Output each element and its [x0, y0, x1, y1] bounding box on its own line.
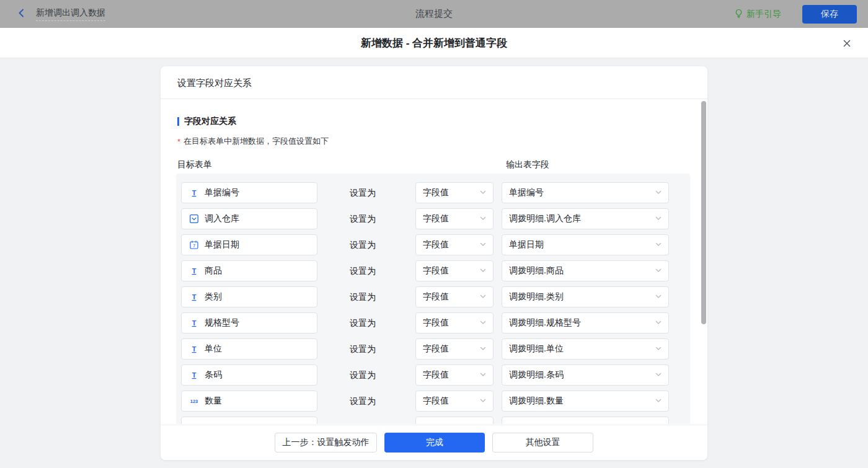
- field-mapping-row: T 规格型号 设置为 字段值 调拨明细.规格型号: [176, 312, 690, 333]
- chevron-down-icon: [655, 396, 662, 406]
- output-select-value: 调拨明细.商品: [509, 265, 564, 276]
- field-mapping-row: 调入仓库 设置为 字段值 调拨明细.调入仓库: [176, 208, 690, 229]
- svg-text:123: 123: [190, 399, 198, 404]
- target-field-label: 数量: [205, 395, 222, 407]
- chevron-down-icon: [655, 266, 662, 276]
- text-field-icon: T: [189, 188, 199, 198]
- chevron-down-icon: [479, 214, 487, 224]
- chevron-down-icon: [479, 370, 487, 380]
- chevron-down-icon: [479, 188, 487, 198]
- operator-select[interactable]: 字段值: [415, 234, 494, 255]
- output-select-value: 单据编号: [509, 187, 544, 198]
- chevron-down-icon: [655, 370, 662, 380]
- operator-select-value: 字段值: [423, 343, 449, 355]
- output-field-select[interactable]: 调拨明细.类别: [502, 286, 669, 307]
- set-as-label: 设置为: [350, 338, 376, 360]
- operator-select-value: 字段值: [423, 239, 449, 250]
- svg-text:T: T: [192, 371, 197, 379]
- field-mapping-row: 7 单据日期 设置为 字段值 单据日期: [176, 234, 690, 255]
- beginner-guide-link[interactable]: 新手引导: [734, 9, 781, 20]
- target-field-box[interactable]: T 类别: [181, 286, 317, 307]
- target-field-label: 调入仓库: [205, 213, 239, 224]
- output-field-select[interactable]: 调拨明细.规格型号: [502, 312, 669, 333]
- output-field-select[interactable]: 调拨明细.数量: [502, 391, 669, 412]
- field-mapping-row: T 类别 设置为 字段值 调拨明细.类别: [176, 286, 690, 307]
- output-field-select[interactable]: [502, 417, 669, 424]
- chevron-down-icon: [655, 344, 662, 354]
- target-field-label: 单位: [205, 343, 222, 355]
- operator-select[interactable]: 字段值: [415, 338, 494, 360]
- close-button[interactable]: [841, 38, 852, 49]
- target-field-label: 商品: [205, 265, 222, 276]
- target-field-box[interactable]: 调入仓库: [181, 208, 317, 229]
- set-as-label: 设置为: [350, 286, 376, 307]
- top-bar: 新增调出调入数据 流程提交 新手引导 保存: [0, 0, 868, 28]
- target-field-box[interactable]: 123 数量: [181, 391, 317, 412]
- operator-select[interactable]: 字段值: [415, 182, 494, 203]
- previous-step-button[interactable]: 上一步：设置触发动作: [275, 433, 377, 453]
- operator-select-value: 字段值: [423, 213, 449, 224]
- output-select-value: 单据日期: [509, 239, 544, 250]
- operator-select[interactable]: [415, 417, 494, 424]
- mapping-card: 设置字段对应关系 字段对应关系 * 在目标表单中新增数据，字段值设置如下 目标表…: [161, 66, 707, 460]
- chevron-down-icon: [655, 292, 662, 302]
- text-field-icon: T: [189, 266, 199, 276]
- target-field-box[interactable]: T 商品: [181, 260, 317, 281]
- output-field-select[interactable]: 调拨明细.条码: [502, 364, 669, 386]
- operator-select[interactable]: 字段值: [415, 391, 494, 412]
- card-header-title: 设置字段对应关系: [161, 66, 707, 99]
- target-field-label: 条码: [205, 369, 222, 381]
- target-field-label: 单据日期: [205, 239, 239, 250]
- set-as-label: 设置为: [350, 208, 376, 229]
- card-footer: 上一步：设置触发动作 完成 其他设置: [161, 425, 707, 460]
- chevron-down-icon: [655, 188, 662, 198]
- chevron-down-icon: [479, 318, 487, 328]
- output-field-select[interactable]: 调拨明细.商品: [502, 260, 669, 281]
- save-button[interactable]: 保存: [802, 5, 857, 24]
- back-button[interactable]: [16, 7, 27, 21]
- chevron-down-icon: [479, 344, 487, 354]
- operator-select-value: 字段值: [423, 265, 449, 276]
- set-as-label: 设置为: [350, 260, 376, 281]
- section-title: 字段对应关系: [184, 116, 236, 127]
- target-field-label: 规格型号: [205, 317, 239, 329]
- operator-select[interactable]: 字段值: [415, 364, 494, 386]
- lightbulb-icon: [734, 9, 743, 20]
- svg-text:T: T: [192, 345, 197, 353]
- target-field-box[interactable]: T 规格型号: [181, 312, 317, 333]
- set-as-label: 设置为: [350, 391, 376, 412]
- target-field-label: 类别: [205, 291, 222, 302]
- required-asterisk: *: [177, 136, 180, 146]
- output-field-select[interactable]: 调拨明细.调入仓库: [502, 208, 669, 229]
- svg-text:T: T: [192, 319, 197, 327]
- column-target-form: 目标表单: [177, 159, 212, 170]
- field-mapping-row: T 单位 设置为 字段值 调拨明细.单位: [176, 338, 690, 360]
- target-field-label: 单据编号: [205, 187, 239, 198]
- output-field-select[interactable]: 单据编号: [502, 182, 669, 203]
- operator-select[interactable]: 字段值: [415, 260, 494, 281]
- output-field-select[interactable]: 单据日期: [502, 234, 669, 255]
- scrollbar-thumb[interactable]: [701, 101, 706, 324]
- output-field-select[interactable]: 调拨明细.单位: [502, 338, 669, 360]
- text-field-icon: T: [189, 292, 199, 302]
- target-field-box[interactable]: T 单据编号: [181, 182, 317, 203]
- operator-select[interactable]: 字段值: [415, 312, 494, 333]
- target-field-box[interactable]: 7 单据日期: [181, 234, 317, 255]
- finish-button[interactable]: 完成: [384, 433, 485, 453]
- chevron-down-icon: [479, 422, 487, 424]
- operator-select[interactable]: 字段值: [415, 286, 494, 307]
- target-field-box[interactable]: T 单位: [181, 338, 317, 360]
- screen: 新增调出调入数据 流程提交 新手引导 保存 新增数据 - 合并新增到普通字段: [0, 0, 868, 468]
- operator-select[interactable]: 字段值: [415, 208, 494, 229]
- output-select-value: 调拨明细.单位: [509, 343, 564, 355]
- field-mapping-row: [176, 417, 690, 424]
- target-field-box[interactable]: [181, 417, 317, 424]
- date-field-icon: 7: [189, 240, 199, 250]
- chevron-left-icon: [16, 7, 27, 21]
- flow-name-label[interactable]: 新增调出调入数据: [36, 7, 105, 21]
- target-field-box[interactable]: T 条码: [181, 364, 317, 386]
- operator-select-value: 字段值: [423, 187, 449, 198]
- text-field-icon: T: [189, 318, 199, 328]
- other-settings-button[interactable]: 其他设置: [492, 433, 593, 453]
- output-select-value: 调拨明细.调入仓库: [509, 213, 581, 224]
